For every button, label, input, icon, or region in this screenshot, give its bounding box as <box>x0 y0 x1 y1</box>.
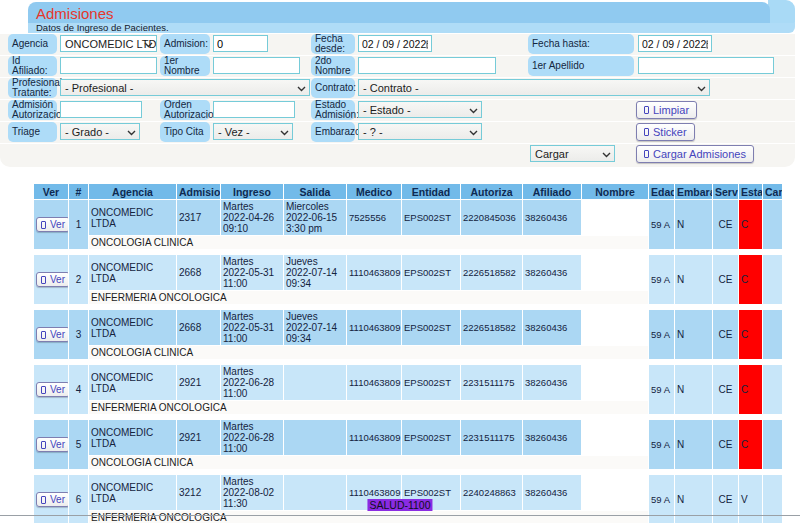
col-header-cama: Cama <box>763 184 782 199</box>
cell-ver: Ver <box>34 255 68 304</box>
cell-entidad: EPS002ST <box>402 255 460 290</box>
ver-button[interactable]: Ver <box>36 382 68 397</box>
cell-autoriza: 2226518582 <box>461 255 522 290</box>
spacer-cell <box>34 305 782 309</box>
cell-nombre <box>582 365 648 400</box>
cell-medico: 1110463809 <box>347 310 401 345</box>
cargar-select[interactable]: Cargar <box>530 145 615 162</box>
profesional-label: Profesional Tratante: <box>8 78 57 98</box>
cell-salida: Jueves 2022-07-14 09:34 <box>284 310 346 345</box>
cell-admision: 3212 <box>177 475 220 510</box>
spacer-cell <box>34 360 782 364</box>
table-row: Ver4ONCOMEDIC LTDA2921Martes 2022-06-28 … <box>34 365 782 400</box>
sticker-button[interactable]: Sticker <box>636 123 695 141</box>
admissions-table-wrap: Ver#AgenciaAdmisionIngresoSalidaMedicoEn… <box>33 183 783 523</box>
admissions-page: Admisiones Datos de Ingreso de Pacientes… <box>0 0 800 523</box>
col-header-autoriza: Autoriza <box>461 184 522 199</box>
ver-button[interactable]: Ver <box>36 492 68 507</box>
page-subtitle: Datos de Ingreso de Pacientes. <box>28 22 795 33</box>
ver-icon <box>41 441 46 449</box>
cell-agencia: ONCOMEDIC LTDA <box>89 420 176 455</box>
ver-button[interactable]: Ver <box>36 327 68 342</box>
cell-cama <box>763 310 782 359</box>
calendar-icon <box>426 39 428 49</box>
embarazo-select[interactable]: - ? - <box>358 123 482 140</box>
cell-servicio: ENFERMERIA ONCOLOGICA <box>89 401 648 414</box>
cell-afiliado: 38260436 <box>523 420 581 455</box>
chevron-down-icon <box>127 130 136 136</box>
cell-autoriza: 2240248863 <box>461 475 522 510</box>
fecha-desde-input[interactable]: 02 / 09 / 2022 <box>358 35 432 52</box>
col-header-ingreso: Ingreso <box>221 184 283 199</box>
admissions-table-head-row: Ver#AgenciaAdmisionIngresoSalidaMedicoEn… <box>34 184 782 199</box>
cell-admision: 2317 <box>177 200 220 235</box>
chevron-down-icon <box>602 152 611 158</box>
cell-serv: CE <box>713 310 738 359</box>
form-row-4: Admisión Autorizacion: Orden Autorizacio… <box>0 100 795 121</box>
cell-ver: Ver <box>34 310 68 359</box>
cell-embarazo: N <box>675 365 712 414</box>
cell-medico: 7525556 <box>347 200 401 235</box>
cell-admision: 2668 <box>177 255 220 290</box>
primer-nombre-input[interactable] <box>213 57 300 74</box>
table-row-spacer <box>34 250 782 254</box>
col-header-embarazo: Embarazo <box>675 184 712 199</box>
cell-agencia: ONCOMEDIC LTDA <box>89 365 176 400</box>
form-row-6: Cargar Cargar Admisiones <box>0 144 795 167</box>
cell-edad: 59 A <box>649 310 674 359</box>
limpiar-icon <box>644 106 649 114</box>
col-header-serv: Serv <box>713 184 738 199</box>
ver-button[interactable]: Ver <box>36 272 68 287</box>
form-row-5: Triage - Grado - Tipo Cita - Vez - Embar… <box>0 122 795 143</box>
sticker-icon <box>644 128 649 136</box>
chevron-down-icon <box>144 42 153 48</box>
segundo-nombre-input[interactable] <box>358 57 496 74</box>
cell-afiliado: 38260436 <box>523 310 581 345</box>
cell-ingreso: Martes 2022-06-28 11:00 <box>221 365 283 400</box>
cell-serv: CE <box>713 200 738 249</box>
estado-admision-select[interactable]: - Estado - <box>358 101 482 118</box>
cell-salida: Jueves 2022-07-14 09:34 <box>284 255 346 290</box>
cell-serv: CE <box>713 255 738 304</box>
cell-cama <box>763 420 782 469</box>
id-afiliado-input[interactable] <box>60 57 157 74</box>
cell-edad: 59 A <box>649 365 674 414</box>
cell-medico: 1110463809 <box>347 255 401 290</box>
agencia-select[interactable]: ONCOMEDIC LTDA_001 <box>60 35 157 52</box>
limpiar-button[interactable]: Limpiar <box>636 101 697 119</box>
contrato-label: Contrato: <box>311 78 355 98</box>
col-header-estado: Estado <box>739 184 762 199</box>
table-row: Ver1ONCOMEDIC LTDA2317Martes 2022-04-26 … <box>34 200 782 235</box>
admision-autorizacion-input[interactable] <box>60 101 142 118</box>
cell-medico: 1110463809 <box>347 365 401 400</box>
embarazo-label: Embarazo <box>311 122 355 142</box>
page-bottom-divider <box>0 515 800 516</box>
fecha-hasta-input[interactable]: 02 / 09 / 2022 <box>638 35 712 52</box>
triage-select[interactable]: - Grado - <box>60 123 140 140</box>
cell-afiliado: 38260436 <box>523 365 581 400</box>
cell-nombre <box>582 310 648 345</box>
table-row-spacer <box>34 360 782 364</box>
fecha-hasta-label: Fecha hasta: <box>528 34 634 54</box>
admision-input[interactable] <box>213 35 268 52</box>
ver-icon <box>41 276 46 284</box>
cargar-admisiones-button[interactable]: Cargar Admisiones <box>636 145 754 163</box>
primer-apellido-input[interactable] <box>638 57 774 74</box>
ver-button[interactable]: Ver <box>36 437 68 452</box>
ver-button[interactable]: Ver <box>36 217 68 232</box>
contrato-select[interactable]: - Contrato - <box>358 79 710 96</box>
chevron-down-icon <box>280 130 289 136</box>
cell-embarazo: N <box>675 310 712 359</box>
cell-agencia: ONCOMEDIC LTDA <box>89 200 176 235</box>
cell-medico: 1110463809 <box>347 420 401 455</box>
id-afiliado-label: Id Afiliado: <box>8 56 57 76</box>
tipo-cita-select[interactable]: - Vez - <box>213 123 293 140</box>
cell-num: 5 <box>69 420 88 469</box>
orden-autorizacion-input[interactable] <box>213 101 295 118</box>
cell-ver: Ver <box>34 200 68 249</box>
profesional-select[interactable]: - Profesional - <box>60 79 310 96</box>
cell-servicio: ENFERMERIA ONCOLOGICA <box>89 291 648 304</box>
col-header--: # <box>69 184 88 199</box>
segundo-nombre-label: 2do Nombre <box>311 56 355 76</box>
cell-entidad: EPS002ST <box>402 420 460 455</box>
